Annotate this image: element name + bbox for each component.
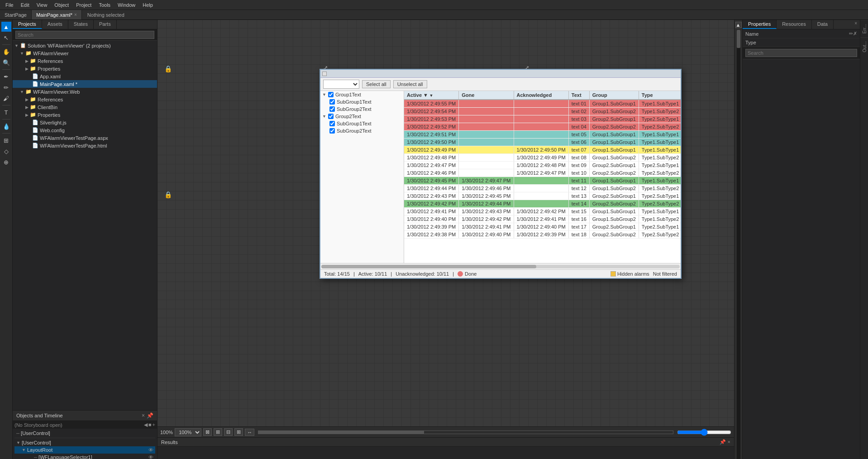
filter-group2[interactable]: ▼ Group2Text — [320, 113, 404, 120]
tree-properties-2[interactable]: ▶ 📁 Properties — [13, 111, 157, 119]
filter-group1-checkbox[interactable] — [328, 92, 334, 97]
alarm-table-row[interactable]: 1/30/2012 2:49:51 PMtext 05Group1.SubGro… — [404, 131, 681, 139]
storyboard-add-btn[interactable]: + — [153, 422, 155, 428]
pan-zoom-btn[interactable]: ↔ — [245, 429, 254, 436]
filter-group2-checkbox[interactable] — [328, 114, 334, 119]
alarm-table-row[interactable]: 1/30/2012 2:49:53 PMtext 03Group2.SubGro… — [404, 115, 681, 123]
alarm-table-row[interactable]: 1/30/2012 2:49:47 PM1/30/2012 2:49:48 PM… — [404, 162, 681, 169]
alarm-table-row[interactable]: 1/30/2012 2:49:52 PMtext 04Group2.SubGro… — [404, 123, 681, 131]
grid-view-btn[interactable]: ⊞ — [214, 428, 222, 436]
prop-search-input[interactable] — [745, 49, 857, 57]
visibility-icon[interactable]: 👁 — [148, 454, 153, 459]
tree-mainpage-xaml[interactable]: 📄 MainPage.xaml * — [13, 80, 157, 88]
hscroll-track[interactable] — [321, 265, 680, 268]
tool-text[interactable]: T — [1, 107, 11, 117]
alarm-hscrollbar[interactable] — [320, 263, 681, 269]
unselect-all-btn[interactable]: Unselect all — [393, 80, 427, 88]
alarm-type-dropdown[interactable] — [323, 80, 359, 89]
tool-pencil[interactable]: ✏ — [1, 82, 11, 92]
alarm-table-row[interactable]: 1/30/2012 2:49:43 PM1/30/2012 2:49:45 PM… — [404, 192, 681, 200]
alarm-table-row[interactable]: 1/30/2012 2:49:45 PM1/30/2012 2:49:47 PM… — [404, 177, 681, 185]
menu-tools[interactable]: Tools — [95, 1, 114, 9]
grid-snap-btn[interactable]: ⊟ — [224, 428, 233, 436]
col-gone[interactable]: Gone — [459, 91, 514, 100]
col-type[interactable]: Type — [639, 91, 681, 100]
alarm-table-row[interactable]: 1/30/2012 2:49:49 PM1/30/2012 2:49:50 PM… — [404, 146, 681, 154]
tree-project-2[interactable]: ▼ 📁 WFAlarmViewer.Web — [13, 88, 157, 96]
tool-select[interactable]: ↖ — [1, 33, 11, 43]
col-ack[interactable]: Acknowledged — [514, 91, 568, 100]
alarm-table-container[interactable]: Active ▼ Gone Acknowledged Text Group Ty… — [404, 91, 681, 263]
alarm-table-row[interactable]: 1/30/2012 2:49:50 PMtext 06Group1.SubGro… — [404, 139, 681, 146]
prop-name-input[interactable] — [782, 31, 849, 37]
storyboard-stop-btn[interactable]: ■ — [148, 422, 152, 428]
tree-silverlight-js[interactable]: 📄 Silverlight.js — [13, 119, 157, 126]
menu-object[interactable]: Object — [51, 1, 72, 9]
tab-mainpage-close[interactable]: × — [74, 12, 77, 17]
filter-subgroup1-1[interactable]: SubGroup1Text — [320, 98, 404, 105]
scroll-thumb[interactable] — [737, 30, 740, 48]
col-group[interactable]: Group — [589, 91, 639, 100]
tool-zoom[interactable]: 🔍 — [1, 57, 11, 67]
obj-item-usercontrol-1[interactable]: ─ [UserControl] — [14, 430, 155, 437]
properties-panel-close-btn[interactable]: × — [852, 20, 860, 29]
alarm-table-row[interactable]: 1/30/2012 2:49:55 PMtext 01Group1.SubGro… — [404, 100, 681, 108]
obj-item-usercontrol-2[interactable]: ▼ [UserControl] — [14, 439, 155, 446]
tool-extra[interactable]: ⊕ — [1, 157, 11, 167]
col-active[interactable]: Active ▼ — [404, 91, 459, 100]
tab-resources[interactable]: Resources — [777, 20, 812, 29]
tab-properties[interactable]: Properties — [743, 20, 777, 29]
design-canvas[interactable]: 🔒 🔒 ⤢ ⤢ Select all Unselect all — [157, 20, 734, 426]
alarm-table-row[interactable]: 1/30/2012 2:49:40 PM1/30/2012 2:49:42 PM… — [404, 215, 681, 223]
tool-pointer[interactable]: ▲ — [1, 22, 11, 32]
scroll-track[interactable] — [737, 30, 740, 459]
tool-pen[interactable]: ✒ — [1, 72, 11, 81]
tree-web-config[interactable]: 📄 Web.config — [13, 126, 157, 134]
menu-window[interactable]: Window — [114, 1, 139, 9]
tool-brush[interactable]: 🖌 — [1, 93, 11, 103]
tree-testpage-html[interactable]: 📄 WFAlarmViewerTestPage.html — [13, 142, 157, 149]
tool-asset[interactable]: ◇ — [1, 146, 11, 156]
obj-item-layoutroot[interactable]: ▼ LayoutRoot 👁 — [14, 446, 155, 454]
storyboard-prev-btn[interactable]: ◀ — [144, 422, 148, 428]
solution-tab-projects[interactable]: Projects — [13, 20, 42, 29]
filter-subgroup2-2-checkbox[interactable] — [329, 128, 335, 134]
fit-btn[interactable]: ⊠ — [203, 428, 212, 436]
objects-panel-pin-btn[interactable]: 📌 — [147, 412, 153, 419]
results-pin-btn[interactable]: 📌 — [720, 439, 726, 445]
tree-project-1[interactable]: ▼ 📁 WFAlarmViewer — [13, 49, 157, 57]
tool-pan[interactable]: ✋ — [1, 47, 11, 57]
alarm-table-row[interactable]: 1/30/2012 2:49:38 PM1/30/2012 2:49:40 PM… — [404, 231, 681, 239]
alarm-table-row[interactable]: 1/30/2012 2:49:44 PM1/30/2012 2:49:46 PM… — [404, 185, 681, 192]
alarm-table-row[interactable]: 1/30/2012 2:49:54 PMtext 02Group1.SubGro… — [404, 108, 681, 115]
tree-app-xaml[interactable]: 📄 App.xaml — [13, 72, 157, 80]
alarm-table-row[interactable]: 1/30/2012 2:49:48 PM1/30/2012 2:49:49 PM… — [404, 154, 681, 162]
alarm-table-row[interactable]: 1/30/2012 2:49:46 PM1/30/2012 2:49:47 PM… — [404, 169, 681, 177]
alarm-table-row[interactable]: 1/30/2012 2:49:41 PM1/30/2012 2:49:43 PM… — [404, 208, 681, 215]
alarm-table-row[interactable]: 1/30/2012 2:49:39 PM1/30/2012 2:49:41 PM… — [404, 223, 681, 231]
solution-search-input[interactable] — [15, 31, 154, 39]
tool-grid[interactable]: ⊞ — [1, 135, 11, 145]
solution-tab-states[interactable]: States — [68, 20, 94, 29]
tree-references-2[interactable]: ▶ 📁 References — [13, 96, 157, 103]
filter-subgroup1-2-checkbox[interactable] — [329, 106, 335, 112]
zoom-slider[interactable] — [677, 429, 731, 436]
tab-data[interactable]: Data — [812, 20, 834, 29]
zoom-dropdown[interactable]: 100% 50% 200% — [175, 428, 201, 436]
menu-help[interactable]: Help — [139, 1, 157, 9]
prop-name-clear-btn[interactable]: ✗ — [853, 31, 857, 37]
filter-group1[interactable]: ▼ Group1Text — [320, 91, 404, 98]
tree-testpage-aspx[interactable]: 📄 WFAlarmViewerTestPage.aspx — [13, 134, 157, 142]
filter-subgroup1-1-checkbox[interactable] — [329, 99, 335, 105]
tree-clientbin[interactable]: ▶ 📁 ClientBin — [13, 103, 157, 111]
results-close-btn[interactable]: × — [728, 439, 730, 445]
vert-tab-out[interactable]: Out... — [860, 37, 868, 56]
tree-properties-1[interactable]: ▶ 📁 Properties — [13, 65, 157, 72]
vert-tab-err[interactable]: Err... — [860, 20, 868, 37]
obj-item-language-selector[interactable]: ─ [WFLanguageSelector1] 👁 — [14, 454, 155, 459]
tree-solution-root[interactable]: ▼ 📋 Solution 'WFAlarmViewer' (2 projects… — [13, 42, 157, 49]
filter-subgroup2-1[interactable]: SubGroup1Text — [320, 120, 404, 127]
col-text[interactable]: Text — [568, 91, 589, 100]
select-all-btn[interactable]: Select all — [362, 80, 391, 88]
menu-project[interactable]: Project — [72, 1, 95, 9]
